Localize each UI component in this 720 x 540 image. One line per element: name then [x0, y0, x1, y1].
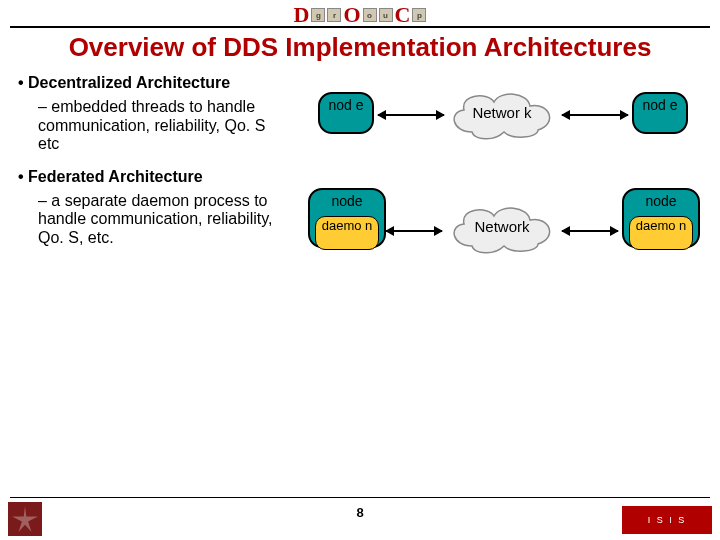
page-number: 8	[0, 505, 720, 520]
cloud-r1: Networ k	[442, 88, 562, 142]
doc-letter-d: D	[294, 2, 310, 28]
daemon-right: daemo n	[629, 216, 693, 250]
arrow-r1-right	[562, 114, 628, 116]
arrow-r1-left	[378, 114, 444, 116]
subbullet-federated: a separate daemon process to handle comm…	[38, 192, 278, 247]
isis-logo: I S I S	[622, 506, 712, 534]
cloud-r2-label: Network	[442, 202, 562, 235]
doc-logo: D g r O o u C p	[294, 2, 427, 28]
node-right-r1: nod e	[632, 92, 688, 134]
doc-sub-u: u	[379, 8, 393, 22]
node-left-r1: nod e	[318, 92, 374, 134]
header-logo: D g r O o u C p	[0, 2, 720, 26]
arrow-r2-right	[562, 230, 618, 232]
isis-logo-text: I S I S	[648, 515, 687, 525]
doc-letter-o: O	[343, 2, 360, 28]
arrow-r2-left	[386, 230, 442, 232]
footer-divider	[10, 497, 710, 498]
cloud-r2: Network	[442, 202, 562, 256]
slide: D g r O o u C p Overview of DDS Implemen…	[0, 0, 720, 540]
doc-sub-p: p	[412, 8, 426, 22]
daemon-left: daemo n	[315, 216, 379, 250]
bullet-federated: Federated Architecture	[18, 168, 278, 186]
vanderbilt-logo	[8, 502, 42, 536]
bullet-list: Decentralized Architecture embedded thre…	[18, 74, 278, 261]
header-divider	[10, 26, 710, 28]
doc-letter-c: C	[395, 2, 411, 28]
diagram-area: nod e Networ k nod e node daemo n Networ…	[300, 92, 710, 372]
doc-sub-g: g	[311, 8, 325, 22]
subbullet-decentralized: embedded threads to handle communication…	[38, 98, 278, 153]
doc-sub-o: o	[363, 8, 377, 22]
doc-sub-r: r	[327, 8, 341, 22]
slide-title: Overview of DDS Implementation Architect…	[0, 32, 720, 63]
cloud-r1-label: Networ k	[442, 88, 562, 121]
bullet-decentralized: Decentralized Architecture	[18, 74, 278, 92]
